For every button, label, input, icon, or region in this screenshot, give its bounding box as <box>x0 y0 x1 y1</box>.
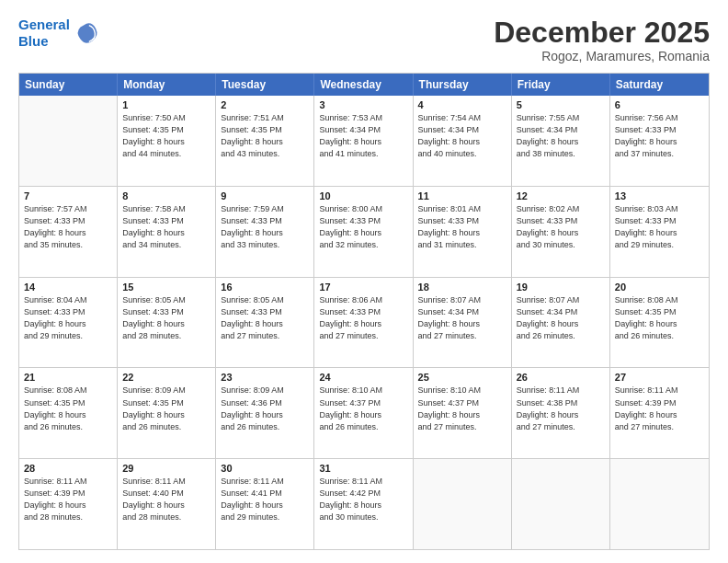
calendar-cell: 6Sunrise: 7:56 AM Sunset: 4:33 PM Daylig… <box>610 96 709 186</box>
calendar-week-1: 1Sunrise: 7:50 AM Sunset: 4:35 PM Daylig… <box>19 96 709 187</box>
day-number: 8 <box>122 190 210 201</box>
day-info: Sunrise: 7:51 AM Sunset: 4:35 PM Dayligh… <box>221 112 309 160</box>
calendar-cell: 11Sunrise: 8:01 AM Sunset: 4:33 PM Dayli… <box>414 187 512 277</box>
calendar-cell <box>19 96 118 186</box>
day-info: Sunrise: 8:11 AM Sunset: 4:38 PM Dayligh… <box>517 385 605 432</box>
day-info: Sunrise: 8:07 AM Sunset: 4:34 PM Dayligh… <box>418 294 506 342</box>
month-title: December 2025 <box>494 17 710 49</box>
calendar-cell: 2Sunrise: 7:51 AM Sunset: 4:35 PM Daylig… <box>216 96 314 186</box>
calendar-cell: 7Sunrise: 7:57 AM Sunset: 4:33 PM Daylig… <box>19 187 118 277</box>
day-number: 27 <box>615 372 704 383</box>
day-number: 21 <box>24 372 112 383</box>
day-number: 17 <box>319 282 407 293</box>
day-info: Sunrise: 8:05 AM Sunset: 4:33 PM Dayligh… <box>221 294 309 342</box>
day-number: 29 <box>122 463 210 474</box>
calendar-cell: 28Sunrise: 8:11 AM Sunset: 4:39 PM Dayli… <box>19 459 118 549</box>
day-number: 4 <box>418 99 506 110</box>
calendar-week-3: 14Sunrise: 8:04 AM Sunset: 4:33 PM Dayli… <box>19 278 709 369</box>
day-info: Sunrise: 7:56 AM Sunset: 4:33 PM Dayligh… <box>615 112 704 160</box>
day-info: Sunrise: 8:09 AM Sunset: 4:36 PM Dayligh… <box>221 385 309 432</box>
day-info: Sunrise: 8:09 AM Sunset: 4:35 PM Dayligh… <box>122 385 210 432</box>
day-info: Sunrise: 8:02 AM Sunset: 4:33 PM Dayligh… <box>517 203 605 251</box>
calendar-cell: 23Sunrise: 8:09 AM Sunset: 4:36 PM Dayli… <box>216 368 314 458</box>
day-number: 13 <box>615 190 704 201</box>
logo-icon <box>74 20 99 46</box>
title-block: December 2025 Rogoz, Maramures, Romania <box>494 17 710 63</box>
calendar-cell: 12Sunrise: 8:02 AM Sunset: 4:33 PM Dayli… <box>512 187 610 277</box>
day-info: Sunrise: 8:00 AM Sunset: 4:33 PM Dayligh… <box>319 203 407 251</box>
calendar-cell: 26Sunrise: 8:11 AM Sunset: 4:38 PM Dayli… <box>512 368 610 458</box>
calendar: SundayMondayTuesdayWednesdayThursdayFrid… <box>18 73 710 550</box>
day-number: 3 <box>319 99 407 110</box>
day-info: Sunrise: 7:54 AM Sunset: 4:34 PM Dayligh… <box>418 112 506 160</box>
day-info: Sunrise: 8:03 AM Sunset: 4:33 PM Dayligh… <box>615 203 704 251</box>
calendar-cell: 15Sunrise: 8:05 AM Sunset: 4:33 PM Dayli… <box>118 278 216 368</box>
calendar-week-2: 7Sunrise: 7:57 AM Sunset: 4:33 PM Daylig… <box>19 187 709 278</box>
calendar-cell: 18Sunrise: 8:07 AM Sunset: 4:34 PM Dayli… <box>414 278 512 368</box>
day-number: 30 <box>221 463 309 474</box>
calendar-cell: 10Sunrise: 8:00 AM Sunset: 4:33 PM Dayli… <box>314 187 413 277</box>
day-number: 16 <box>221 282 309 293</box>
day-number: 20 <box>615 282 704 293</box>
calendar-cell: 21Sunrise: 8:08 AM Sunset: 4:35 PM Dayli… <box>19 368 118 458</box>
calendar-cell: 20Sunrise: 8:08 AM Sunset: 4:35 PM Dayli… <box>610 278 709 368</box>
day-info: Sunrise: 8:08 AM Sunset: 4:35 PM Dayligh… <box>615 294 704 342</box>
day-info: Sunrise: 8:11 AM Sunset: 4:40 PM Dayligh… <box>122 476 210 523</box>
calendar-cell <box>610 459 709 549</box>
day-info: Sunrise: 7:59 AM Sunset: 4:33 PM Dayligh… <box>221 203 309 251</box>
day-number: 22 <box>122 372 210 383</box>
day-number: 26 <box>517 372 605 383</box>
day-info: Sunrise: 8:08 AM Sunset: 4:35 PM Dayligh… <box>24 385 112 432</box>
day-number: 18 <box>418 282 506 293</box>
day-info: Sunrise: 8:11 AM Sunset: 4:39 PM Dayligh… <box>24 476 112 523</box>
calendar-cell: 1Sunrise: 7:50 AM Sunset: 4:35 PM Daylig… <box>118 96 216 186</box>
calendar-cell: 14Sunrise: 8:04 AM Sunset: 4:33 PM Dayli… <box>19 278 118 368</box>
day-number: 1 <box>122 99 210 110</box>
calendar-cell: 3Sunrise: 7:53 AM Sunset: 4:34 PM Daylig… <box>314 96 413 186</box>
day-info: Sunrise: 8:10 AM Sunset: 4:37 PM Dayligh… <box>418 385 506 432</box>
calendar-cell: 27Sunrise: 8:11 AM Sunset: 4:39 PM Dayli… <box>610 368 709 458</box>
calendar-cell <box>414 459 512 549</box>
day-info: Sunrise: 8:05 AM Sunset: 4:33 PM Dayligh… <box>122 294 210 342</box>
day-number: 24 <box>319 372 407 383</box>
calendar-cell: 17Sunrise: 8:06 AM Sunset: 4:33 PM Dayli… <box>314 278 413 368</box>
day-number: 6 <box>615 99 704 110</box>
day-number: 15 <box>122 282 210 293</box>
day-number: 14 <box>24 282 112 293</box>
day-info: Sunrise: 8:06 AM Sunset: 4:33 PM Dayligh… <box>319 294 407 342</box>
weekday-header-friday: Friday <box>512 74 610 96</box>
day-number: 19 <box>517 282 605 293</box>
day-number: 25 <box>418 372 506 383</box>
day-number: 2 <box>221 99 309 110</box>
day-info: Sunrise: 8:07 AM Sunset: 4:34 PM Dayligh… <box>517 294 605 342</box>
weekday-header-tuesday: Tuesday <box>216 74 314 96</box>
calendar-cell: 9Sunrise: 7:59 AM Sunset: 4:33 PM Daylig… <box>216 187 314 277</box>
day-number: 9 <box>221 190 309 201</box>
header: GeneralBlue December 2025 Rogoz, Maramur… <box>18 17 710 63</box>
day-info: Sunrise: 7:55 AM Sunset: 4:34 PM Dayligh… <box>517 112 605 160</box>
day-number: 12 <box>517 190 605 201</box>
day-number: 23 <box>221 372 309 383</box>
calendar-body: 1Sunrise: 7:50 AM Sunset: 4:35 PM Daylig… <box>19 96 709 549</box>
calendar-cell: 29Sunrise: 8:11 AM Sunset: 4:40 PM Dayli… <box>118 459 216 549</box>
day-info: Sunrise: 8:01 AM Sunset: 4:33 PM Dayligh… <box>418 203 506 251</box>
day-info: Sunrise: 8:11 AM Sunset: 4:41 PM Dayligh… <box>221 476 309 523</box>
calendar-cell: 4Sunrise: 7:54 AM Sunset: 4:34 PM Daylig… <box>414 96 512 186</box>
day-info: Sunrise: 7:53 AM Sunset: 4:34 PM Dayligh… <box>319 112 407 160</box>
day-info: Sunrise: 7:58 AM Sunset: 4:33 PM Dayligh… <box>122 203 210 251</box>
calendar-cell <box>512 459 610 549</box>
calendar-cell: 24Sunrise: 8:10 AM Sunset: 4:37 PM Dayli… <box>314 368 413 458</box>
day-number: 11 <box>418 190 506 201</box>
weekday-header-sunday: Sunday <box>19 74 118 96</box>
calendar-cell: 5Sunrise: 7:55 AM Sunset: 4:34 PM Daylig… <box>512 96 610 186</box>
day-info: Sunrise: 8:11 AM Sunset: 4:39 PM Dayligh… <box>615 385 704 432</box>
day-number: 7 <box>24 190 112 201</box>
weekday-header-saturday: Saturday <box>610 74 709 96</box>
calendar-cell: 16Sunrise: 8:05 AM Sunset: 4:33 PM Dayli… <box>216 278 314 368</box>
day-info: Sunrise: 8:04 AM Sunset: 4:33 PM Dayligh… <box>24 294 112 342</box>
calendar-cell: 8Sunrise: 7:58 AM Sunset: 4:33 PM Daylig… <box>118 187 216 277</box>
calendar-cell: 13Sunrise: 8:03 AM Sunset: 4:33 PM Dayli… <box>610 187 709 277</box>
weekday-header-thursday: Thursday <box>414 74 512 96</box>
day-number: 10 <box>319 190 407 201</box>
calendar-week-5: 28Sunrise: 8:11 AM Sunset: 4:39 PM Dayli… <box>19 459 709 549</box>
